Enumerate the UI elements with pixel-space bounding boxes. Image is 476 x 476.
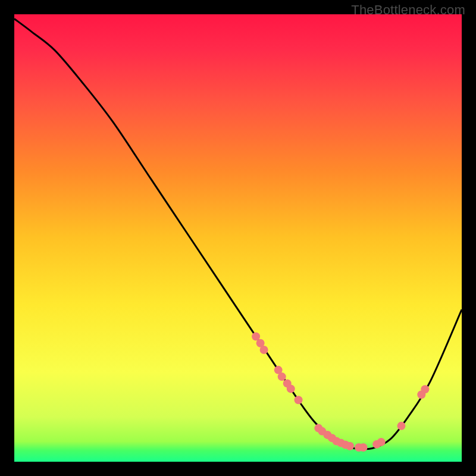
chart-svg	[14, 14, 462, 462]
chart-plot-area	[14, 14, 462, 462]
data-marker	[421, 385, 429, 393]
data-marker	[359, 443, 368, 452]
data-marker	[278, 372, 286, 381]
data-marker	[260, 346, 268, 354]
data-marker	[377, 438, 386, 446]
data-marker	[287, 384, 295, 393]
data-marker	[397, 422, 405, 430]
data-marker	[295, 396, 303, 404]
data-marker	[346, 442, 354, 450]
